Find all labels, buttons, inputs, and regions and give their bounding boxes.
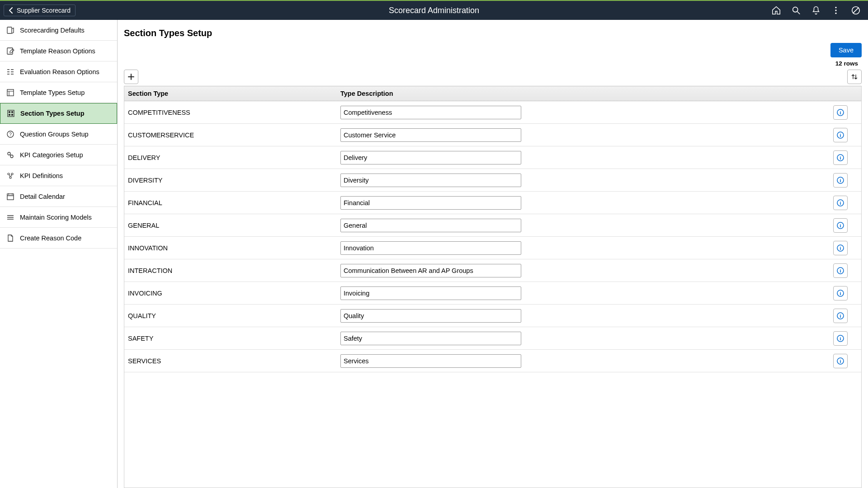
section-types-icon <box>7 109 15 117</box>
row-actions: i <box>572 102 861 123</box>
row-info-button[interactable]: i <box>833 173 848 188</box>
svg-point-4 <box>835 13 836 14</box>
type-description-input[interactable] <box>340 241 521 255</box>
svg-line-6 <box>853 8 859 14</box>
type-description-input[interactable] <box>340 286 521 300</box>
reason-code-icon <box>6 234 14 242</box>
svg-text:i: i <box>840 291 841 296</box>
svg-text:i: i <box>840 178 841 183</box>
column-header-section-type[interactable]: Section Type <box>124 86 337 101</box>
type-description-cell <box>337 328 572 349</box>
sidebar-item-section-types-setup[interactable]: Section Types Setup <box>0 103 117 124</box>
chevron-left-icon <box>9 7 14 14</box>
type-description-cell <box>337 351 572 371</box>
type-description-input[interactable] <box>340 264 521 277</box>
table-row: SERVICESi <box>124 350 861 372</box>
block-icon[interactable] <box>851 5 861 15</box>
row-actions: i <box>572 328 861 349</box>
type-description-input[interactable] <box>340 106 521 119</box>
defaults-icon <box>6 26 14 34</box>
sidebar-item-template-types-setup[interactable]: Template Types Setup <box>0 82 117 103</box>
back-button[interactable]: Supplier Scorecard <box>4 5 75 16</box>
section-type-cell: INNOVATION <box>124 241 337 255</box>
type-description-input[interactable] <box>340 332 521 345</box>
row-info-button[interactable]: i <box>833 218 848 233</box>
type-description-cell <box>337 238 572 258</box>
row-actions: i <box>572 305 861 327</box>
sidebar-item-question-groups-setup[interactable]: ?Question Groups Setup <box>0 124 117 145</box>
svg-text:i: i <box>840 155 841 160</box>
bell-icon[interactable] <box>811 5 821 15</box>
sidebar-item-detail-calendar[interactable]: Detail Calendar <box>0 186 117 207</box>
row-info-button[interactable]: i <box>833 263 848 278</box>
svg-text:i: i <box>840 358 841 364</box>
type-description-cell <box>337 125 572 145</box>
row-info-button[interactable]: i <box>833 150 848 165</box>
home-icon[interactable] <box>771 5 781 15</box>
section-type-cell: SERVICES <box>124 354 337 368</box>
type-description-cell <box>337 260 572 281</box>
type-description-input[interactable] <box>340 309 521 323</box>
type-description-input[interactable] <box>340 354 521 368</box>
sidebar-item-label: Evaluation Reason Options <box>20 68 99 75</box>
sidebar-item-evaluation-reason-options[interactable]: Evaluation Reason Options <box>0 61 117 82</box>
sidebar-item-scorecarding-defaults[interactable]: Scorecarding Defaults <box>0 20 117 41</box>
sidebar-item-template-reason-options[interactable]: Template Reason Options <box>0 41 117 61</box>
column-header-type-description[interactable]: Type Description <box>337 86 572 101</box>
type-description-input[interactable] <box>340 174 521 187</box>
sidebar-item-create-reason-code[interactable]: Create Reason Code <box>0 228 117 249</box>
row-actions: i <box>572 282 861 304</box>
sidebar-item-kpi-categories-setup[interactable]: KPI Categories Setup <box>0 145 117 165</box>
more-vertical-icon[interactable] <box>831 5 841 15</box>
sort-button[interactable] <box>847 70 862 84</box>
type-description-input[interactable] <box>340 151 521 164</box>
add-row-button[interactable] <box>124 70 138 84</box>
section-type-cell: FINANCIAL <box>124 196 337 210</box>
template-reason-icon <box>6 47 14 55</box>
svg-point-2 <box>835 7 836 8</box>
type-description-input[interactable] <box>340 196 521 210</box>
calendar-icon <box>6 192 14 201</box>
section-type-cell: INTERACTION <box>124 263 337 278</box>
row-info-button[interactable]: i <box>833 331 848 346</box>
type-description-input[interactable] <box>340 128 521 142</box>
row-actions: i <box>572 260 861 282</box>
search-icon[interactable] <box>791 5 801 15</box>
row-info-button[interactable]: i <box>833 309 848 323</box>
type-description-cell <box>337 283 572 304</box>
sidebar-item-label: KPI Definitions <box>20 172 63 179</box>
table-row: INVOICINGi <box>124 282 861 305</box>
svg-rect-11 <box>9 111 10 113</box>
svg-text:i: i <box>840 200 841 206</box>
svg-text:?: ? <box>9 131 12 136</box>
sidebar-item-kpi-definitions[interactable]: KPI Definitions <box>0 165 117 186</box>
rows-count: 12 rows <box>118 57 868 68</box>
type-description-cell <box>337 147 572 168</box>
row-info-button[interactable]: i <box>833 354 848 368</box>
row-actions: i <box>572 215 861 236</box>
template-types-icon <box>6 89 14 97</box>
sidebar-item-label: Scorecarding Defaults <box>20 27 85 34</box>
save-button[interactable]: Save <box>830 43 862 57</box>
page-title: Section Types Setup <box>124 28 862 38</box>
evaluation-reason-icon <box>6 68 14 76</box>
svg-line-1 <box>797 12 800 14</box>
row-info-button[interactable]: i <box>833 241 848 255</box>
sidebar-item-maintain-scoring-models[interactable]: Maintain Scoring Models <box>0 207 117 228</box>
kpi-definitions-icon <box>6 172 14 180</box>
top-bar: Supplier Scorecard Scorecard Administrat… <box>0 0 868 20</box>
svg-text:i: i <box>840 223 841 228</box>
type-description-input[interactable] <box>340 219 521 232</box>
table-row: INTERACTIONi <box>124 259 861 282</box>
row-info-button[interactable]: i <box>833 105 848 120</box>
section-type-cell: QUALITY <box>124 309 337 323</box>
row-info-button[interactable]: i <box>833 196 848 210</box>
table-body: COMPETITIVENESSiCUSTOMERSERVICEiDELIVERY… <box>124 101 861 488</box>
main: Scorecarding DefaultsTemplate Reason Opt… <box>0 20 868 488</box>
row-actions: i <box>572 147 861 169</box>
table-toolbar <box>124 68 862 86</box>
section-type-cell: DIVERSITY <box>124 173 337 188</box>
row-info-button[interactable]: i <box>833 128 848 142</box>
row-info-button[interactable]: i <box>833 286 848 300</box>
section-type-cell: COMPETITIVENESS <box>124 105 337 120</box>
